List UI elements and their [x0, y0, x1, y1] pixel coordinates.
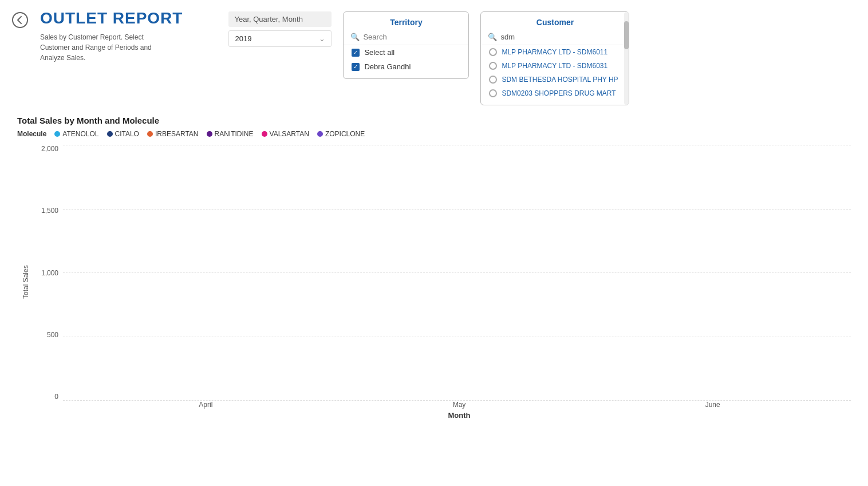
chart-title: Total Sales by Month and Molecule	[17, 116, 851, 125]
radio-customer-1	[489, 48, 497, 56]
y-tick-0: 0	[34, 393, 58, 401]
title-block: OUTLET REPORT Sales by Customer Report. …	[40, 9, 183, 63]
legend-valsartan: VALSARTAN	[262, 130, 309, 138]
customer-item-label-4: SDM0203 SHOPPERS DRUG MART	[502, 89, 616, 97]
customer-item-1[interactable]: MLP PHARMACY LTD - SDM6011	[481, 45, 629, 59]
legend-dot-ranitidine	[207, 131, 212, 137]
svg-point-0	[13, 13, 27, 27]
checkbox-select-all: ✓	[352, 49, 360, 57]
legend-ranitidine: RANITIDINE	[207, 130, 254, 138]
territory-select-all[interactable]: ✓ Select all	[344, 45, 468, 60]
plot-area	[63, 145, 851, 401]
y-axis-ticks: 0 500 1,000 1,500 2,000	[34, 145, 63, 401]
x-label-june: June	[586, 401, 839, 409]
period-label: Year, Quarter, Month	[228, 11, 332, 27]
period-value: 2019	[235, 34, 251, 43]
territory-dropdown: Territory 🔍 ✓ Select all ✓ Debra Gandhi	[343, 11, 469, 79]
scrollbar-track	[624, 12, 629, 105]
territory-search-area: 🔍	[344, 31, 468, 45]
chevron-down-icon: ⌄	[319, 34, 325, 43]
legend-dot-irbesartan	[147, 131, 153, 137]
x-label-april: April	[79, 401, 333, 409]
customer-search-icon: 🔍	[488, 33, 497, 41]
legend-zopiclone: ZOPICLONE	[317, 130, 365, 138]
territory-search-input[interactable]	[363, 33, 461, 41]
legend-atenolol: ATENOLOL	[54, 130, 98, 138]
customer-dropdown: Customer 🔍 MLP PHARMACY LTD - SDM6011 ML…	[480, 11, 629, 105]
customer-item-4[interactable]: SDM0203 SHOPPERS DRUG MART	[481, 86, 629, 100]
legend-dot-atenolol	[54, 131, 60, 137]
search-icon: 🔍	[350, 33, 360, 41]
scrollbar-thumb[interactable]	[624, 21, 629, 49]
legend-label-ranitidine: RANITIDINE	[215, 130, 254, 138]
chart-plot: 0 500 1,000 1,500 2,000	[34, 145, 851, 401]
territory-item-label-2: Debra Gandhi	[364, 62, 411, 71]
radio-customer-4	[489, 89, 497, 97]
chart-inner: 0 500 1,000 1,500 2,000 AprilMayJune Mon…	[34, 145, 851, 420]
bars-area	[63, 145, 851, 401]
y-tick-1500: 1,500	[34, 207, 58, 215]
territory-item-label: Select all	[364, 48, 394, 57]
customer-item-2[interactable]: MLP PHARMACY LTD - SDM6031	[481, 59, 629, 73]
legend-dot-valsartan	[262, 131, 267, 137]
radio-customer-2	[489, 62, 497, 70]
legend-dot-zopiclone	[317, 131, 323, 137]
legend-label-atenolol: ATENOLOL	[62, 130, 98, 138]
customer-search-input[interactable]	[500, 33, 622, 41]
radio-customer-3	[489, 76, 497, 84]
legend-label-zopiclone: ZOPICLONE	[325, 130, 365, 138]
legend-key: Molecule	[17, 130, 46, 138]
subtitle: Sales by Customer Report. Select Custome…	[40, 32, 166, 63]
legend-irbesartan: IRBESARTAN	[147, 130, 199, 138]
x-label-may: May	[333, 401, 586, 409]
chart-legend: Molecule ATENOLOL CITALO IRBESARTAN RANI…	[17, 130, 851, 138]
legend-dot-citalo	[107, 131, 113, 137]
customer-item-3[interactable]: SDM BETHESDA HOSPITAL PHY HP	[481, 73, 629, 86]
legend-label-citalo: CITALO	[115, 130, 139, 138]
customer-title: Customer	[481, 18, 629, 27]
customer-item-label-3: SDM BETHESDA HOSPITAL PHY HP	[502, 76, 618, 84]
y-tick-2000: 2,000	[34, 145, 58, 153]
customer-item-label-2: MLP PHARMACY LTD - SDM6031	[502, 62, 607, 70]
y-tick-500: 500	[34, 331, 58, 339]
territory-title: Territory	[344, 18, 468, 27]
customer-search-area: 🔍	[481, 31, 629, 45]
x-axis-title: Month	[34, 411, 851, 420]
chart-container: Total Sales 0 500 1,000 1,500 2,000 Apri…	[17, 145, 851, 420]
back-button[interactable]	[11, 11, 29, 32]
y-tick-1000: 1,000	[34, 269, 58, 277]
period-select[interactable]: 2019 ⌄	[228, 30, 332, 47]
checkbox-debra: ✓	[352, 63, 360, 71]
legend-label-valsartan: VALSARTAN	[270, 130, 309, 138]
territory-debra-gandhi[interactable]: ✓ Debra Gandhi	[344, 60, 468, 74]
y-axis-label: Total Sales	[17, 145, 34, 420]
page-title: OUTLET REPORT	[40, 9, 183, 27]
customer-item-label-1: MLP PHARMACY LTD - SDM6011	[502, 48, 607, 56]
header-area: OUTLET REPORT Sales by Customer Report. …	[0, 0, 868, 110]
period-filter: Year, Quarter, Month 2019 ⌄	[228, 11, 332, 47]
legend-label-irbesartan: IRBESARTAN	[155, 130, 199, 138]
chart-section: Total Sales by Month and Molecule Molecu…	[0, 110, 868, 425]
legend-citalo: CITALO	[107, 130, 139, 138]
